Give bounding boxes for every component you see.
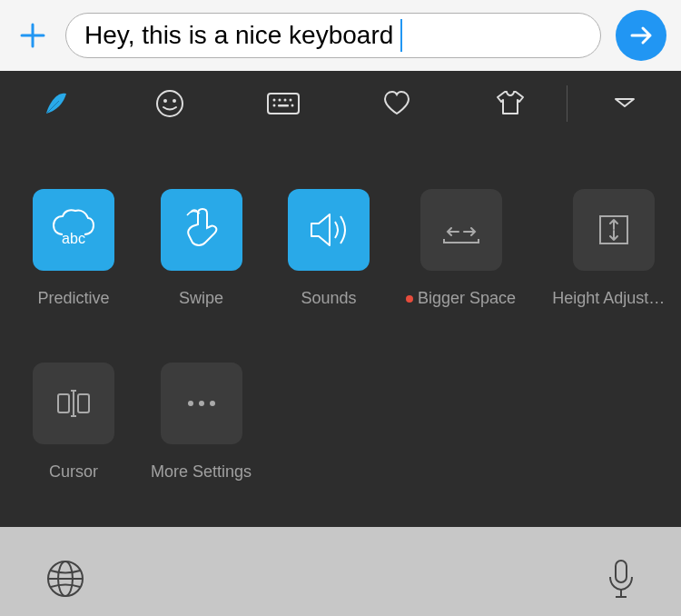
send-button[interactable]: [616, 10, 666, 61]
globe-button[interactable]: [45, 559, 85, 602]
setting-cursor[interactable]: Cursor: [33, 363, 114, 482]
svg-point-12: [291, 104, 294, 107]
feather-icon: [41, 88, 72, 119]
setting-label: Bigger Space: [418, 289, 516, 308]
heart-icon: [381, 88, 412, 119]
cloud-abc-icon: abc: [48, 207, 99, 253]
setting-label: Swipe: [179, 289, 223, 308]
input-text: Hey, this is a nice keyboard: [84, 21, 393, 50]
more-dots-icon: [183, 399, 220, 408]
speaker-icon: [306, 209, 351, 251]
svg-point-20: [188, 401, 193, 406]
svg-point-8: [284, 99, 287, 102]
bigger-space-icon-box: [420, 189, 502, 271]
smiley-icon: [154, 88, 185, 119]
setting-sounds[interactable]: Sounds: [288, 189, 370, 308]
tab-themes[interactable]: [453, 71, 567, 136]
expand-vertical-icon: [593, 209, 635, 251]
cursor-icon-box: [33, 363, 114, 444]
svg-point-6: [273, 99, 276, 102]
setting-more[interactable]: More Settings: [151, 363, 252, 482]
setting-swipe[interactable]: Swipe: [151, 189, 252, 308]
svg-rect-15: [58, 394, 69, 412]
tab-keyboard[interactable]: [227, 71, 340, 136]
swipe-hand-icon: [180, 206, 223, 253]
height-icon-box: [573, 189, 655, 271]
setting-label: Cursor: [49, 462, 98, 482]
setting-label: More Settings: [151, 462, 252, 482]
svg-rect-11: [278, 104, 289, 107]
keyboard-icon: [266, 90, 301, 117]
svg-point-7: [279, 99, 281, 102]
sounds-icon-box: [288, 189, 370, 271]
setting-label: Sounds: [301, 289, 357, 308]
tab-feather[interactable]: [0, 71, 114, 136]
svg-rect-26: [616, 561, 627, 582]
setting-predictive[interactable]: abc Predictive: [33, 189, 114, 308]
setting-height-adjustment[interactable]: Height Adjustme…: [552, 189, 675, 308]
svg-rect-16: [78, 394, 89, 412]
swipe-icon-box: [161, 189, 242, 271]
plus-icon: [18, 21, 47, 50]
svg-rect-5: [268, 94, 299, 114]
svg-text:abc: abc: [62, 231, 85, 246]
cursor-icon: [53, 385, 94, 422]
bottom-bar: [0, 527, 681, 616]
notification-dot: [406, 295, 413, 303]
shirt-icon: [494, 88, 527, 119]
setting-bigger-space[interactable]: Bigger Space: [406, 189, 516, 308]
more-icon-box: [161, 363, 242, 444]
setting-label: Height Adjustme…: [552, 289, 675, 308]
settings-grid: abc Predictive Swipe Sounds: [0, 136, 681, 527]
tab-collapse[interactable]: [568, 71, 681, 136]
setting-label-row: Bigger Space: [406, 289, 516, 308]
setting-label: Predictive: [37, 289, 109, 308]
tab-favorites[interactable]: [340, 71, 453, 136]
svg-point-10: [273, 104, 276, 107]
top-bar: Hey, this is a nice keyboard: [0, 0, 681, 71]
tab-emoji[interactable]: [114, 71, 227, 136]
svg-point-3: [163, 99, 167, 103]
message-input[interactable]: Hey, this is a nice keyboard: [65, 13, 601, 58]
svg-point-2: [157, 91, 183, 116]
svg-point-22: [210, 401, 215, 406]
plus-button[interactable]: [15, 17, 51, 54]
microphone-icon: [607, 559, 636, 601]
svg-point-9: [290, 99, 292, 102]
svg-point-4: [173, 99, 176, 103]
send-icon: [628, 23, 654, 48]
text-cursor: [400, 19, 402, 52]
chevron-down-icon: [614, 97, 636, 110]
mic-button[interactable]: [607, 559, 636, 604]
expand-horizontal-icon: [439, 212, 484, 248]
keyboard-tab-bar: [0, 71, 681, 136]
svg-point-21: [199, 401, 204, 406]
globe-icon: [45, 559, 85, 599]
predictive-icon-box: abc: [33, 189, 114, 271]
